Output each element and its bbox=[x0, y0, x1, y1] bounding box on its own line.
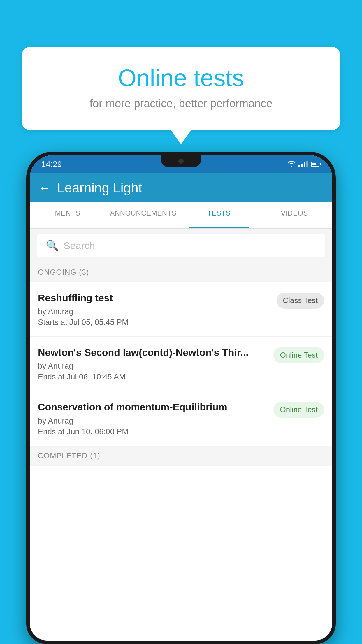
completed-label: COMPLETED (1) bbox=[38, 451, 100, 460]
tab-announcements[interactable]: ANNOUNCEMENTS bbox=[106, 202, 181, 228]
test-item-newtons[interactable]: Newton's Second law(contd)-Newton's Thir… bbox=[30, 337, 332, 391]
test-badge-1: Class Test bbox=[277, 293, 324, 309]
test-item-conservation[interactable]: Conservation of momentum-Equilibrium by … bbox=[30, 391, 332, 446]
wifi-icon bbox=[287, 161, 296, 167]
speech-bubble: Online tests for more practice, better p… bbox=[22, 47, 340, 130]
search-container: 🔍 Search bbox=[30, 229, 332, 262]
ongoing-section-header: ONGOING (3) bbox=[30, 262, 332, 282]
test-badge-3: Online Test bbox=[273, 402, 324, 418]
test-info-1: Reshuffling test by Anurag Starts at Jul… bbox=[38, 291, 277, 327]
test-badge-2: Online Test bbox=[273, 347, 324, 363]
status-time: 14:29 bbox=[41, 160, 62, 169]
phone-frame: 14:29 bbox=[26, 152, 336, 644]
test-author-2: by Anurag bbox=[38, 362, 268, 371]
status-bar: 14:29 bbox=[30, 155, 332, 173]
battery-icon bbox=[311, 162, 321, 167]
app-bar-title: Learning Light bbox=[57, 180, 142, 196]
test-name-3: Conservation of momentum-Equilibrium bbox=[38, 400, 268, 413]
tabs-bar: MENTS ANNOUNCEMENTS TESTS VIDEOS bbox=[30, 202, 332, 229]
bubble-title: Online tests bbox=[36, 64, 326, 92]
search-icon: 🔍 bbox=[46, 239, 59, 252]
test-name-2: Newton's Second law(contd)-Newton's Thir… bbox=[38, 346, 268, 359]
test-info-2: Newton's Second law(contd)-Newton's Thir… bbox=[38, 346, 273, 382]
camera bbox=[178, 159, 184, 164]
signal-icon bbox=[298, 161, 308, 167]
status-icons bbox=[287, 161, 321, 167]
test-item-reshuffling[interactable]: Reshuffling test by Anurag Starts at Jul… bbox=[30, 282, 332, 337]
notch bbox=[161, 155, 201, 167]
test-date-3: Ends at Jun 10, 06:00 PM bbox=[38, 427, 268, 436]
tab-tests[interactable]: TESTS bbox=[181, 202, 257, 228]
tab-ments[interactable]: MENTS bbox=[30, 202, 106, 228]
tab-videos[interactable]: VIDEOS bbox=[257, 202, 333, 228]
test-author-3: by Anurag bbox=[38, 416, 268, 426]
test-list: Reshuffling test by Anurag Starts at Jul… bbox=[30, 282, 332, 446]
search-input[interactable]: Search bbox=[64, 240, 95, 251]
test-author-1: by Anurag bbox=[38, 307, 271, 316]
app-bar: ← Learning Light bbox=[30, 173, 332, 202]
bubble-subtitle: for more practice, better performance bbox=[36, 97, 326, 110]
phone-screen: 14:29 bbox=[30, 155, 332, 640]
ongoing-label: ONGOING (3) bbox=[38, 268, 89, 276]
search-bar[interactable]: 🔍 Search bbox=[37, 234, 325, 257]
test-info-3: Conservation of momentum-Equilibrium by … bbox=[38, 400, 273, 436]
completed-section-header: COMPLETED (1) bbox=[30, 446, 332, 466]
test-date-2: Ends at Jul 06, 10:45 AM bbox=[38, 372, 268, 382]
test-date-1: Starts at Jul 05, 05:45 PM bbox=[38, 318, 271, 327]
test-name-1: Reshuffling test bbox=[38, 291, 271, 304]
back-button[interactable]: ← bbox=[38, 181, 50, 195]
